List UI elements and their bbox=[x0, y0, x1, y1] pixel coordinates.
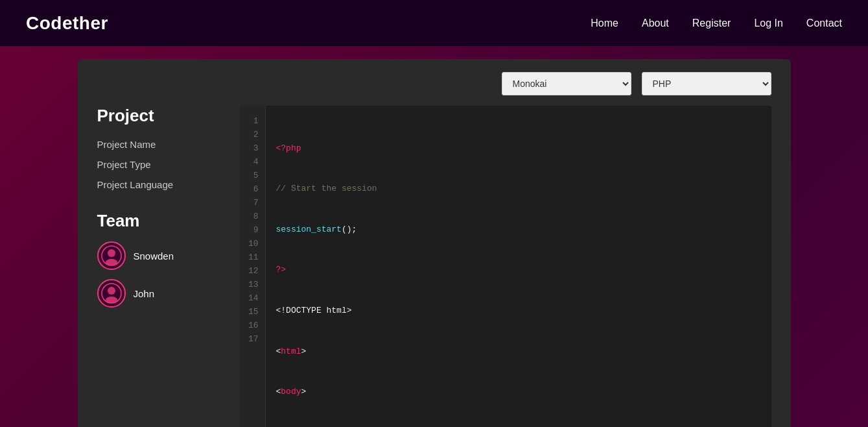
project-title: Project bbox=[97, 106, 227, 126]
nav-contact[interactable]: Contact bbox=[806, 18, 842, 29]
code-line-3: session_start(); bbox=[276, 223, 448, 237]
code-lines[interactable]: <?php // Start the session session_start… bbox=[266, 106, 458, 427]
svg-point-0 bbox=[108, 249, 115, 257]
member-name-john: John bbox=[134, 288, 155, 299]
avatar-john bbox=[97, 279, 126, 308]
nav-home[interactable]: Home bbox=[591, 18, 618, 29]
navbar: Codether Home About Register Log In Cont… bbox=[0, 0, 868, 46]
member-name-snowden: Snowden bbox=[134, 250, 174, 262]
sidebar-project-language[interactable]: Project Language bbox=[97, 179, 227, 190]
svg-point-3 bbox=[108, 287, 115, 295]
theme-select[interactable]: Monokai Default Dracula Solarized bbox=[502, 72, 631, 95]
team-member-snowden: Snowden bbox=[97, 241, 227, 270]
avatar-snowden bbox=[97, 241, 126, 270]
nav-register[interactable]: Register bbox=[692, 18, 731, 29]
nav-login[interactable]: Log In bbox=[754, 18, 782, 29]
code-line-4: ?> bbox=[276, 263, 448, 277]
sidebar: Project Project Name Project Type Projec… bbox=[97, 106, 227, 427]
sidebar-project-name[interactable]: Project Name bbox=[97, 139, 227, 150]
code-line-7: <body> bbox=[276, 385, 448, 399]
line-numbers: 12345 678910 1112131415 1617 bbox=[240, 106, 266, 427]
code-line-5: <!DOCTYPE html> bbox=[276, 304, 448, 318]
nav-links: Home About Register Log In Contact bbox=[591, 18, 842, 29]
nav-about[interactable]: About bbox=[642, 18, 669, 29]
language-select[interactable]: PHP JavaScript Python HTML bbox=[642, 72, 771, 95]
code-editor[interactable]: 12345 678910 1112131415 1617 <?php // St… bbox=[240, 106, 771, 427]
sidebar-project-type[interactable]: Project Type bbox=[97, 159, 227, 170]
toolbar: Monokai Default Dracula Solarized PHP Ja… bbox=[97, 72, 771, 95]
content-area: Project Project Name Project Type Projec… bbox=[97, 106, 771, 427]
site-logo: Codether bbox=[26, 13, 108, 34]
team-title: Team bbox=[97, 211, 227, 231]
code-line-6: <html> bbox=[276, 345, 448, 359]
team-member-john: John bbox=[97, 279, 227, 308]
code-line-2: // Start the session bbox=[276, 182, 448, 196]
main-container: Monokai Default Dracula Solarized PHP Ja… bbox=[78, 59, 791, 427]
code-line-1: <?php bbox=[276, 142, 448, 156]
